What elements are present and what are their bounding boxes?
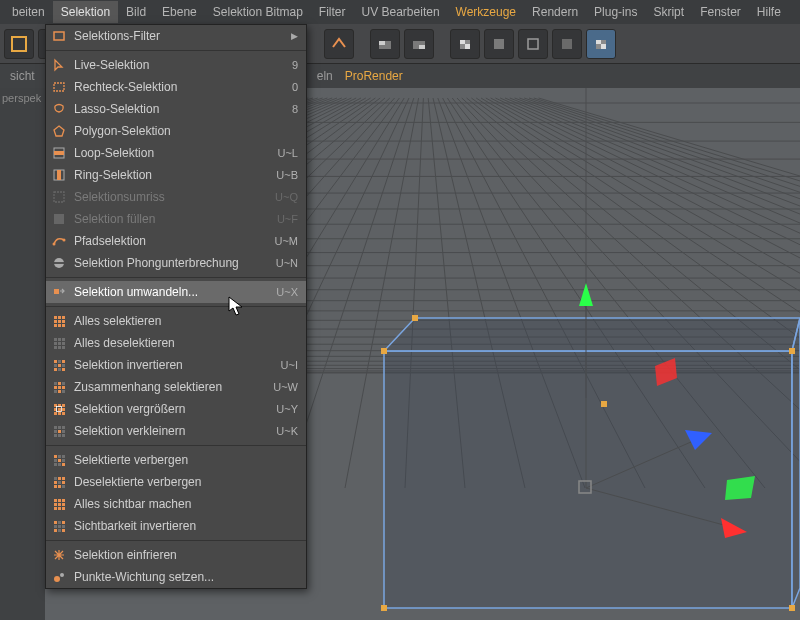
svg-rect-164 (58, 408, 61, 411)
svg-rect-113 (54, 83, 64, 91)
menu-item-uv bearbeiten[interactable]: UV Bearbeiten (354, 1, 448, 23)
menu-item[interactable]: Alles deselektieren (46, 332, 306, 354)
menu-shortcut: U~W (265, 381, 298, 393)
cube-object[interactable] (381, 315, 800, 611)
toolbar-button[interactable] (484, 29, 514, 59)
menu-item[interactable]: Selektions-Filter▶ (46, 25, 306, 47)
menu-item[interactable]: Live-Selektion9 (46, 54, 306, 76)
freeze-icon (50, 546, 68, 564)
svg-rect-152 (58, 382, 61, 385)
rect-icon (50, 27, 68, 45)
svg-rect-180 (58, 455, 61, 458)
menu-item-selektion bitmap[interactable]: Selektion Bitmap (205, 1, 311, 23)
menu-item-rendern[interactable]: Rendern (524, 1, 586, 23)
svg-rect-170 (54, 426, 57, 429)
svg-rect-199 (62, 499, 65, 502)
menu-item-werkzeuge[interactable]: Werkzeuge (448, 1, 524, 23)
menu-item[interactable]: Rechteck-Selektion0 (46, 76, 306, 98)
menu-item-label: Alles sichtbar machen (74, 497, 298, 511)
menu-item[interactable]: Sichtbarkeit invertieren (46, 515, 306, 537)
menu-item[interactable]: Selektierte verbergen (46, 449, 306, 471)
all-icon (50, 312, 68, 330)
menu-item[interactable]: Selektion invertierenU~I (46, 354, 306, 376)
toolbar-button[interactable] (450, 29, 480, 59)
menu-item-beiten[interactable]: beiten (4, 1, 53, 23)
menu-item-selektion[interactable]: Selektion (53, 1, 118, 23)
menu-item[interactable]: Deselektierte verbergen (46, 471, 306, 493)
menu-item[interactable]: Alles selektieren (46, 310, 306, 332)
menu-item-label: Selektion vergrößern (74, 402, 268, 416)
menu-shortcut: 9 (284, 59, 298, 71)
menu-item[interactable]: Selektion einfrieren (46, 544, 306, 566)
menu-item-plug-ins[interactable]: Plug-ins (586, 1, 645, 23)
toolbar-button[interactable] (324, 29, 354, 59)
svg-point-215 (54, 576, 60, 582)
svg-rect-13 (596, 40, 601, 44)
menu-item-bild[interactable]: Bild (118, 1, 154, 23)
svg-rect-197 (54, 499, 57, 502)
svg-rect-213 (58, 529, 61, 532)
menu-item[interactable]: Punkte-Wichtung setzen... (46, 566, 306, 588)
menu-item-label: Selektion Phongunterbrechung (74, 256, 268, 270)
svg-rect-198 (58, 499, 61, 502)
menu-item[interactable]: Loop-SelektionU~L (46, 142, 306, 164)
tab-label[interactable]: sicht (4, 69, 41, 83)
svg-rect-175 (62, 430, 65, 433)
menu-item-fenster[interactable]: Fenster (692, 1, 749, 23)
menu-item-ebene[interactable]: Ebene (154, 1, 205, 23)
svg-rect-155 (58, 386, 61, 389)
toolbar-button[interactable] (552, 29, 582, 59)
toolbar-button[interactable] (586, 29, 616, 59)
svg-point-216 (60, 573, 64, 577)
menu-item-label: Selektion verkleinern (74, 424, 268, 438)
toolbar-button[interactable] (518, 29, 548, 59)
menu-item-label: Live-Selektion (74, 58, 284, 72)
menu-shortcut: U~K (268, 425, 298, 437)
svg-rect-166 (54, 412, 57, 415)
menu-item[interactable]: Selektion vergrößernU~Y (46, 398, 306, 420)
menu-item-label: Alles selektieren (74, 314, 298, 328)
svg-rect-191 (54, 481, 57, 484)
svg-rect-97 (381, 605, 387, 611)
svg-rect-162 (62, 404, 65, 407)
svg-rect-189 (58, 477, 61, 480)
menu-item[interactable]: Lasso-Selektion8 (46, 98, 306, 120)
conn-icon (50, 378, 68, 396)
tab-label[interactable]: eln (311, 69, 339, 83)
viewport-label: perspek (2, 92, 43, 104)
menu-item-hilfe[interactable]: Hilfe (749, 1, 789, 23)
svg-rect-201 (58, 503, 61, 506)
toolbar-button[interactable] (370, 29, 400, 59)
menu-item[interactable]: Selektion umwandeln...U~X (46, 281, 306, 303)
menu-item-label: Punkte-Wichtung setzen... (74, 570, 298, 584)
menu-item[interactable]: Alles sichtbar machen (46, 493, 306, 515)
menu-item[interactable]: Polygon-Selektion (46, 120, 306, 142)
show-icon (50, 495, 68, 513)
menu-item-filter[interactable]: Filter (311, 1, 354, 23)
svg-rect-187 (62, 463, 65, 466)
svg-rect-150 (62, 368, 65, 371)
tab-prorender[interactable]: ProRender (339, 69, 409, 83)
menu-shortcut: U~M (266, 235, 298, 247)
toolbar-button[interactable] (404, 29, 434, 59)
svg-rect-192 (58, 481, 61, 484)
svg-rect-204 (58, 507, 61, 510)
menu-item-label: Selektions-Filter (74, 29, 291, 43)
hide-icon (50, 451, 68, 469)
svg-rect-203 (54, 507, 57, 510)
svg-rect-101 (412, 315, 418, 321)
menu-item[interactable]: PfadselektionU~M (46, 230, 306, 252)
toolbar-button[interactable] (4, 29, 34, 59)
svg-rect-118 (54, 192, 64, 202)
rect-o-icon (50, 78, 68, 96)
menu-item[interactable]: Selektion verkleinernU~K (46, 420, 306, 442)
menu-item-label: Sichtbarkeit invertieren (74, 519, 298, 533)
menu-item[interactable]: Selektion PhongunterbrechungU~N (46, 252, 306, 274)
svg-rect-136 (54, 342, 57, 345)
svg-rect-208 (62, 521, 65, 524)
menu-item[interactable]: Zusammenhang selektierenU~W (46, 376, 306, 398)
menu-item-skript[interactable]: Skript (645, 1, 692, 23)
svg-marker-95 (384, 318, 800, 351)
menu-item[interactable]: Ring-SelektionU~B (46, 164, 306, 186)
svg-rect-125 (58, 316, 61, 319)
